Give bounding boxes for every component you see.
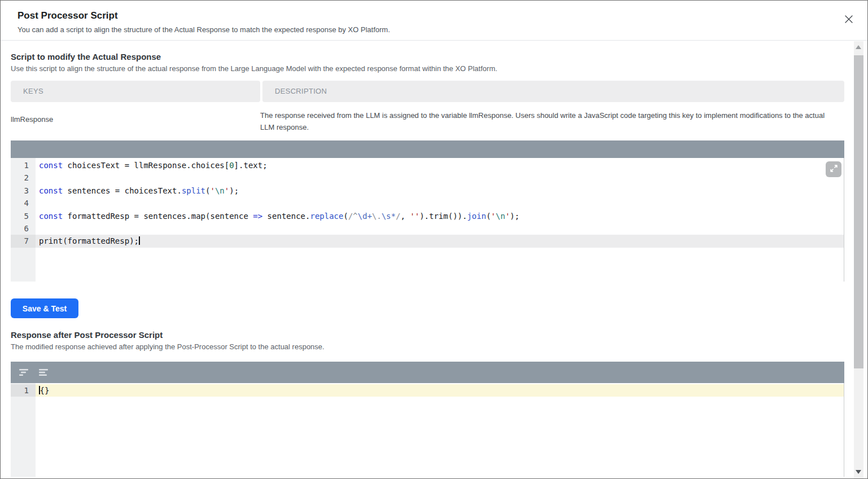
response-code-editor: 1{} (11, 362, 844, 477)
script-section-description: Use this script to align the structure o… (11, 64, 844, 73)
table-row: llmResponse The response received from t… (11, 102, 844, 134)
line-number: 2 (11, 172, 36, 184)
dialog-header: Post Processor Script You can add a scri… (1, 1, 867, 41)
line-number: 6 (11, 222, 36, 235)
save-and-test-button[interactable]: Save & Test (11, 298, 78, 318)
code-line[interactable]: 1{} (11, 384, 844, 397)
text-cursor (139, 236, 140, 245)
script-code-editor: 1const choicesText = llmResponse.choices… (11, 140, 844, 282)
response-editor-toolbar (11, 362, 844, 383)
code-text: const choicesText = llmResponse.choices[… (36, 159, 844, 172)
line-number: 1 (11, 159, 36, 172)
post-processor-dialog: Post Processor Script You can add a scri… (0, 0, 868, 479)
dialog-subtitle: You can add a script to align the struct… (17, 25, 834, 34)
code-text: const formattedResp = sentences.map(sent… (36, 210, 844, 222)
scrollbar-thumb[interactable] (854, 55, 863, 368)
code-line[interactable]: 3const sentences = choicesText.split('\n… (11, 184, 844, 197)
script-editor-body[interactable]: 1const choicesText = llmResponse.choices… (11, 158, 844, 282)
format-json-icon[interactable] (18, 368, 29, 376)
code-line[interactable]: 7print(formattedResp); (11, 235, 844, 247)
code-line[interactable]: 5const formattedResp = sentences.map(sen… (11, 210, 844, 222)
response-section-description: The modified response achieved after app… (11, 342, 844, 351)
line-number-gutter (11, 383, 36, 477)
description-cell: The response received from the LLM is as… (260, 109, 844, 133)
scroll-up-arrow-icon[interactable] (856, 45, 861, 49)
column-header-description: DESCRIPTION (262, 81, 844, 102)
response-section-title: Response after Post Processor Script (11, 330, 844, 340)
close-button[interactable] (843, 14, 855, 27)
script-editor-toolbar (11, 140, 844, 158)
code-line[interactable]: 6 (11, 222, 844, 235)
response-editor-body[interactable]: 1{} (11, 383, 844, 477)
code-text (36, 197, 844, 209)
dialog-body: Script to modify the Actual Response Use… (1, 52, 844, 477)
raw-view-icon[interactable] (38, 368, 49, 376)
column-header-keys: KEYS (11, 81, 260, 102)
key-cell: llmResponse (11, 109, 260, 133)
code-text (36, 222, 844, 235)
code-line[interactable]: 2 (11, 172, 844, 184)
line-number: 5 (11, 210, 36, 222)
close-icon (844, 14, 854, 27)
line-number: 7 (11, 235, 36, 247)
code-text: {} (36, 384, 844, 397)
vertical-scrollbar[interactable] (854, 41, 863, 478)
script-section-title: Script to modify the Actual Response (11, 52, 844, 61)
code-line[interactable]: 4 (11, 197, 844, 209)
code-line[interactable]: 1const choicesText = llmResponse.choices… (11, 159, 844, 172)
code-text: const sentences = choicesText.split('\n'… (36, 184, 844, 197)
scroll-down-arrow-icon[interactable] (856, 470, 861, 474)
code-text: print(formattedResp); (36, 235, 844, 247)
keys-table-header: KEYS DESCRIPTION (11, 81, 844, 102)
line-number: 3 (11, 184, 36, 197)
code-text (36, 172, 844, 184)
line-number: 1 (11, 384, 36, 397)
dialog-title: Post Processor Script (17, 10, 834, 21)
line-number: 4 (11, 197, 36, 209)
